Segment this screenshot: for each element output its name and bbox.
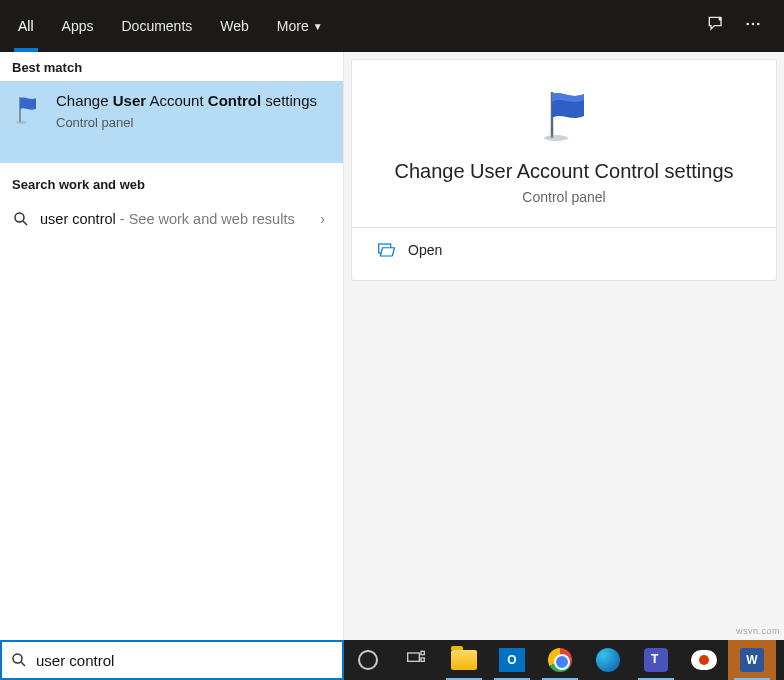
folder-icon: [451, 650, 477, 670]
chrome-icon: [548, 648, 572, 672]
result-title: Change User Account Control settings: [56, 91, 331, 111]
svg-point-5: [16, 121, 27, 124]
svg-line-12: [21, 662, 25, 666]
svg-point-0: [719, 17, 722, 20]
open-icon: [378, 243, 396, 257]
chrome-button[interactable]: [536, 640, 584, 680]
svg-point-6: [15, 213, 24, 222]
word-button[interactable]: W: [728, 640, 776, 680]
uac-flag-icon-large: [532, 88, 596, 144]
svg-point-3: [757, 22, 760, 25]
search-scope-tabs: All Apps Documents Web More ▼: [0, 0, 784, 52]
chevron-down-icon: ▼: [313, 21, 323, 32]
uac-flag-icon: [12, 93, 44, 125]
tab-documents[interactable]: Documents: [107, 0, 206, 52]
word-icon: W: [740, 648, 764, 672]
open-label: Open: [408, 242, 442, 258]
best-match-header: Best match: [0, 52, 343, 81]
watermark: wsvn.com: [736, 626, 780, 636]
svg-point-11: [13, 654, 22, 663]
teams-icon: [644, 648, 668, 672]
results-panel: Best match Change User Account Control s…: [0, 52, 344, 640]
preview-panel: Change User Account Control settings Con…: [344, 52, 784, 640]
svg-rect-15: [421, 658, 424, 661]
outlook-icon: O: [499, 648, 525, 672]
web-suggestion[interactable]: user control - See work and web results …: [0, 200, 343, 238]
teams-button[interactable]: [632, 640, 680, 680]
cortana-button[interactable]: [344, 640, 392, 680]
best-match-result[interactable]: Change User Account Control settings Con…: [0, 81, 343, 163]
svg-rect-14: [421, 651, 424, 654]
cortana-icon: [358, 650, 378, 670]
outlook-button[interactable]: O: [488, 640, 536, 680]
ellipsis-icon[interactable]: [744, 15, 762, 38]
tab-web[interactable]: Web: [206, 0, 263, 52]
tab-apps[interactable]: Apps: [48, 0, 108, 52]
tab-more-label: More: [277, 18, 309, 34]
svg-point-1: [746, 22, 749, 25]
search-box[interactable]: [0, 640, 344, 680]
edge-button[interactable]: [584, 640, 632, 680]
taskbar: O W: [344, 640, 784, 680]
open-action[interactable]: Open: [374, 228, 754, 258]
svg-rect-13: [408, 653, 420, 661]
eye-icon: [691, 650, 717, 670]
edge-icon: [596, 648, 620, 672]
feedback-icon[interactable]: [706, 14, 726, 39]
search-icon: [12, 210, 30, 228]
preview-title: Change User Account Control settings: [374, 160, 754, 183]
svg-line-7: [23, 221, 27, 225]
task-view-button[interactable]: [392, 640, 440, 680]
file-explorer-button[interactable]: [440, 640, 488, 680]
search-work-web-header: Search work and web: [0, 163, 343, 200]
result-subtitle: Control panel: [56, 115, 331, 130]
chevron-right-icon: ›: [320, 211, 325, 227]
preview-subtitle: Control panel: [374, 189, 754, 205]
tab-all[interactable]: All: [4, 0, 48, 52]
svg-point-2: [752, 22, 755, 25]
task-view-icon: [406, 648, 426, 672]
preview-card: Change User Account Control settings Con…: [352, 60, 776, 280]
tab-more[interactable]: More ▼: [263, 0, 337, 52]
app-button[interactable]: [680, 640, 728, 680]
search-icon: [10, 651, 28, 669]
search-input[interactable]: [36, 652, 334, 669]
suggestion-text: user control - See work and web results: [40, 211, 295, 227]
svg-point-9: [544, 135, 568, 141]
